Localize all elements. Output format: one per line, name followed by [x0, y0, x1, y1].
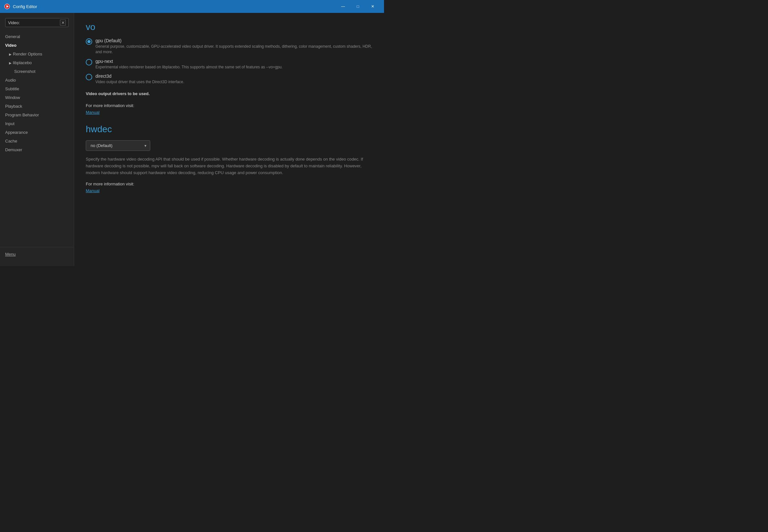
- radio-option-direct3d: direct3d Video output driver that uses t…: [86, 74, 372, 85]
- sidebar-item-libplacebo[interactable]: ▶libplacebo: [0, 58, 74, 67]
- radio-direct3d-desc: Video output driver that uses the Direct…: [95, 79, 184, 85]
- sidebar-item-appearance[interactable]: Appearance: [0, 128, 74, 137]
- sidebar-item-program-behavior[interactable]: Program Behavior: [0, 111, 74, 119]
- radio-gpu-next-desc: Experimental video renderer based on lib…: [95, 64, 282, 70]
- search-input[interactable]: [8, 20, 60, 25]
- radio-gpu[interactable]: [86, 38, 92, 45]
- vo-radio-group: gpu (Default) General purpose, customiza…: [86, 38, 372, 85]
- sidebar-item-general[interactable]: General: [0, 32, 74, 41]
- vo-description: Video output drivers to be used.: [86, 91, 372, 96]
- content-area: vo gpu (Default) General purpose, custom…: [74, 13, 384, 266]
- sidebar-item-playback[interactable]: Playback: [0, 102, 74, 111]
- menu-link[interactable]: Menu: [5, 252, 16, 257]
- search-clear-button[interactable]: ✕: [60, 20, 66, 25]
- radio-direct3d-label: direct3d: [95, 74, 184, 79]
- window-title: Config Editor: [13, 4, 336, 9]
- radio-direct3d[interactable]: [86, 74, 92, 80]
- hwdec-manual-link[interactable]: Manual: [86, 188, 100, 193]
- radio-gpu-label: gpu (Default): [95, 38, 372, 43]
- hwdec-section-title: hwdec: [86, 124, 372, 134]
- sidebar-item-cache[interactable]: Cache: [0, 137, 74, 145]
- sidebar-item-video[interactable]: Video: [0, 41, 74, 50]
- vo-manual-link[interactable]: Manual: [86, 110, 100, 115]
- radio-option-gpu-next: gpu-next Experimental video renderer bas…: [86, 59, 372, 70]
- hwdec-select-wrap[interactable]: no (Default) auto auto-safe auto-copy vd…: [86, 140, 150, 151]
- radio-gpu-next[interactable]: [86, 59, 92, 65]
- app-icon: [4, 3, 10, 10]
- nav-items: General Video ▶Render Options ▶libplaceb…: [0, 32, 74, 247]
- hwdec-more-info: For more information visit:: [86, 182, 372, 186]
- radio-gpu-next-label: gpu-next: [95, 59, 282, 64]
- window-controls: — □ ✕: [336, 0, 380, 13]
- sidebar-item-audio[interactable]: Audio: [0, 76, 74, 84]
- sidebar: ✕ General Video ▶Render Options ▶libplac…: [0, 13, 74, 266]
- sidebar-item-demuxer[interactable]: Demuxer: [0, 145, 74, 154]
- main-layout: ✕ General Video ▶Render Options ▶libplac…: [0, 13, 384, 266]
- vo-section-title: vo: [86, 22, 372, 32]
- sidebar-item-window[interactable]: Window: [0, 93, 74, 102]
- radio-option-gpu: gpu (Default) General purpose, customiza…: [86, 38, 372, 55]
- sidebar-footer: Menu: [0, 247, 74, 261]
- titlebar: Config Editor — □ ✕: [0, 0, 384, 13]
- arrow-icon: ▶: [9, 53, 12, 56]
- vo-more-info: For more information visit:: [86, 103, 372, 108]
- maximize-button[interactable]: □: [350, 0, 365, 13]
- hwdec-long-desc: Specify the hardware video decoding API …: [86, 156, 372, 176]
- close-button[interactable]: ✕: [365, 0, 380, 13]
- sidebar-item-screenshot[interactable]: Screenshot: [0, 67, 74, 76]
- radio-gpu-desc: General purpose, customizable, GPU-accel…: [95, 44, 372, 55]
- sidebar-item-input[interactable]: Input: [0, 119, 74, 128]
- search-box[interactable]: ✕: [5, 18, 69, 27]
- sidebar-item-render-options[interactable]: ▶Render Options: [0, 50, 74, 58]
- minimize-button[interactable]: —: [336, 0, 350, 13]
- sidebar-item-subtitle[interactable]: Subtitle: [0, 84, 74, 93]
- arrow-icon: ▶: [9, 61, 12, 65]
- hwdec-select[interactable]: no (Default) auto auto-safe auto-copy vd…: [86, 140, 150, 151]
